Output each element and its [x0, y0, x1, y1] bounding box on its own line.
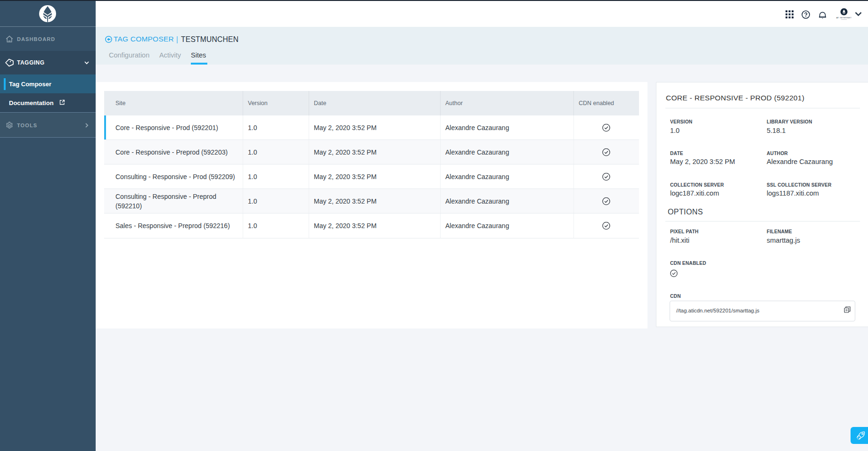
svg-text:AT INTERNET: AT INTERNET: [836, 16, 852, 19]
